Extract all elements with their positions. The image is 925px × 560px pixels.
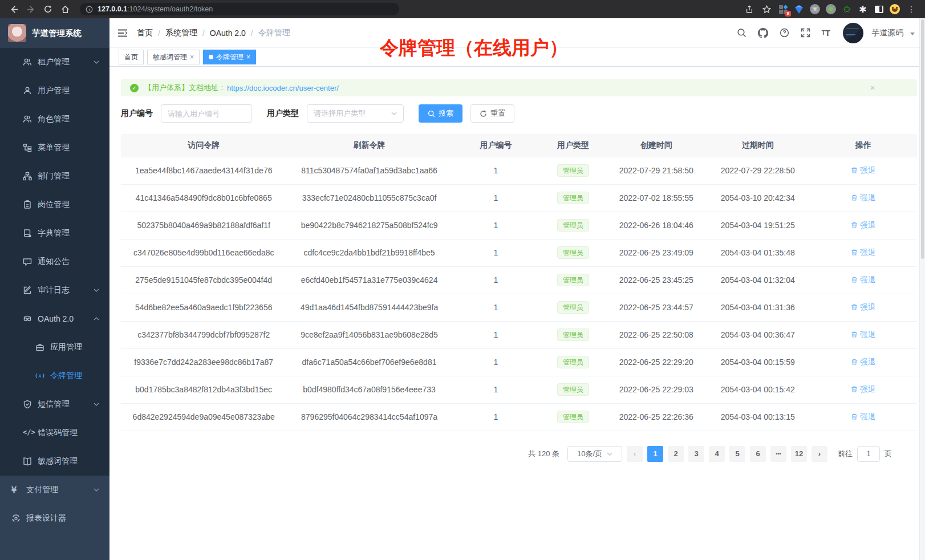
force-logout-button[interactable]: 强退 [851,275,875,285]
sidebar-item-oauth2-app[interactable]: 应用管理 [0,333,109,362]
sidebar-item-dict[interactable]: 字典管理 [0,219,109,247]
table-row: 275e5de9151045fe87cbdc395e004f4d e6cfd40… [121,266,917,294]
extension-command-icon[interactable]: ⌘ [809,3,821,15]
briefcase-icon [35,343,44,352]
sidebar-item-audit-log[interactable]: 审计日志 [0,276,109,305]
browser-forward-icon[interactable] [24,2,38,16]
caret-down-icon[interactable] [910,33,915,35]
sidebar-item-sms[interactable]: 短信管理 [0,390,109,419]
address-bar[interactable]: 127.0.0.1:1024/system/oauth2/token [80,3,399,15]
user-type-tag: 管理员 [557,246,589,259]
force-logout-button[interactable]: 强退 [851,330,875,340]
col-user-type: 用户类型 [539,134,606,157]
extension-gem-icon[interactable] [793,3,805,15]
page-button-12[interactable]: 12 [791,446,807,462]
force-logout-button[interactable]: 强退 [851,302,875,313]
breadcrumb-oauth2[interactable]: OAuth 2.0 [210,29,246,38]
page-content: ✓ 【用户体系】文档地址： https://doc.iocoder.cn/use… [109,67,925,560]
sidebar-item-notice[interactable]: 通知公告 [0,247,109,276]
tab-token[interactable]: 令牌管理 × [203,50,256,64]
extension-green-star-icon[interactable]: ✩ [841,3,853,15]
browser-home-icon[interactable] [58,2,72,16]
breadcrumb-home[interactable]: 首页 [137,28,153,38]
next-page-button[interactable]: › [812,446,827,462]
force-logout-button[interactable]: 强退 [851,193,875,203]
table-row: c347026e805e4d99b0d116eae66eda8c cdfc4ce… [121,239,917,266]
page-size-select[interactable]: 10条/页 [567,446,622,462]
search-icon[interactable] [737,28,747,38]
sidebar-item-errcode[interactable]: </> 错误码管理 [0,419,109,447]
force-logout-button[interactable]: 强退 [851,384,875,395]
alert-text: 【用户体系】文档地址： [144,83,226,93]
site-info-icon[interactable] [86,6,93,13]
doc-link[interactable]: https://doc.iocoder.cn/user-center/ [227,84,339,92]
tree-list-icon [23,143,32,152]
force-logout-button[interactable]: 强退 [851,247,875,258]
edit-log-icon [23,286,32,295]
user-type-tag: 管理员 [557,411,589,423]
sidebar-item-role[interactable]: 角色管理 [0,105,109,133]
page-scrollbar[interactable] [919,18,925,560]
prev-page-button[interactable]: ‹ [627,446,643,462]
avatar[interactable] [843,23,863,43]
tab-sensitive-word[interactable]: 敏感词管理 × [147,50,200,64]
chevron-down-icon [607,452,612,456]
page-button-2[interactable]: 2 [668,446,684,462]
bookmark-star-icon[interactable] [760,2,773,16]
fullscreen-icon[interactable] [801,28,810,38]
force-logout-button[interactable]: 强退 [851,220,875,230]
extension-record-icon[interactable] [825,3,837,15]
sidebar-item-post[interactable]: 岗位管理 [0,190,109,219]
breadcrumb-system[interactable]: 系统管理 [165,28,197,38]
force-logout-button[interactable]: 强退 [851,165,875,176]
sidebar-item-sensitive-word[interactable]: 敏感词管理 [0,447,109,476]
page-button-4[interactable]: 4 [709,446,725,462]
sidebar-item-menu[interactable]: 菜单管理 [0,133,109,162]
sidebar-item-pay[interactable]: ¥ 支付管理 [0,476,109,504]
share-icon[interactable] [743,2,756,16]
github-icon[interactable] [758,28,768,38]
page-button-1[interactable]: 1 [647,446,663,462]
alert-close-icon[interactable]: × [870,83,875,92]
app-logo-row[interactable]: 芋道管理系统 [0,18,109,48]
profile-emoji-icon[interactable] [889,3,901,15]
table-row: 41c41346a548490f9dc8b01c6bfe0865 333ecfc… [121,184,917,212]
hamburger-icon[interactable] [117,29,128,38]
tab-home[interactable]: 首页 [119,50,144,64]
more-pages-button[interactable]: ••• [770,446,786,462]
sidebar-item-dept[interactable]: 部门管理 [0,162,109,190]
sidebar-item-report-designer[interactable]: 报表设计器 [0,504,109,533]
sidebar-item-oauth2[interactable]: OAuth 2.0 [0,305,109,333]
sidebar-item-user[interactable]: 用户管理 [0,76,109,105]
roles-icon [23,115,32,124]
close-icon[interactable]: × [190,54,194,60]
force-logout-button[interactable]: 强退 [851,412,875,422]
search-button[interactable]: 搜索 [419,104,462,123]
user-name[interactable]: 芋道源码 [871,28,903,38]
page-button-6[interactable]: 6 [750,446,766,462]
user-type-select[interactable]: 请选择用户类型 [307,104,404,123]
table-row: 502375b8040a469a9b82188afdf6af1f be90422… [121,212,917,239]
app-logo [8,24,26,42]
extension-white-star-icon[interactable]: ✱ [857,3,869,15]
goto-page-input[interactable] [857,446,880,462]
browser-menu-icon[interactable]: ⋮ [904,2,918,16]
chevron-down-icon [94,289,99,292]
page-button-5[interactable]: 5 [729,446,745,462]
sidebar-item-oauth2-token[interactable]: A 令牌管理 [0,362,109,390]
org-tree-icon [23,172,32,181]
side-panel-icon[interactable] [873,3,885,15]
force-logout-button[interactable]: 强退 [851,357,875,367]
chevron-down-icon [94,488,99,492]
browser-reload-icon[interactable] [41,2,55,16]
user-id-input[interactable] [161,104,252,123]
browser-back-icon[interactable] [7,2,21,16]
extension-grid-icon[interactable]: 9 [777,3,789,15]
sidebar-item-tenant[interactable]: 租户管理 [0,48,109,76]
reset-button[interactable]: 重置 [470,104,514,123]
help-icon[interactable] [780,28,789,38]
close-icon[interactable]: × [246,54,250,60]
page-button-3[interactable]: 3 [688,446,704,462]
scrollbar-thumb[interactable] [921,19,924,259]
font-size-icon[interactable]: TT [822,28,830,38]
